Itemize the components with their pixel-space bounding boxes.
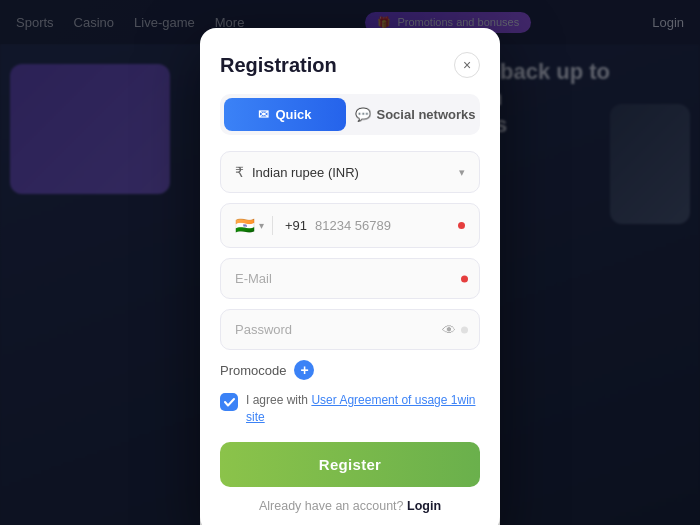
registration-modal: Registration × ✉ Quick 💬 Social networks… — [200, 28, 500, 525]
register-button[interactable]: Register — [220, 442, 480, 487]
email-required-indicator — [461, 275, 468, 282]
tab-quick-label: Quick — [275, 107, 311, 122]
phone-number-placeholder: 81234 56789 — [315, 218, 391, 233]
phone-input-wrap[interactable]: 🇮🇳 ▾ +91 81234 56789 — [220, 203, 480, 248]
agree-checkbox[interactable] — [220, 393, 238, 411]
phone-prefix: +91 — [285, 218, 307, 233]
phone-required-indicator — [458, 222, 465, 229]
social-icon: 💬 — [355, 107, 371, 122]
promo-row: Promocode + — [220, 360, 480, 380]
password-indicator — [461, 326, 468, 333]
promo-add-button[interactable]: + — [294, 360, 314, 380]
password-input[interactable] — [220, 309, 480, 350]
phone-field: 🇮🇳 ▾ +91 81234 56789 — [220, 203, 480, 248]
currency-field: ₹ Indian rupee (INR) ▾ — [220, 151, 480, 193]
tab-social[interactable]: 💬 Social networks — [354, 98, 476, 131]
login-row: Already have an account? Login — [220, 499, 480, 513]
country-flag-select[interactable]: 🇮🇳 ▾ — [235, 216, 273, 235]
currency-icon: ₹ — [235, 164, 244, 180]
currency-select[interactable]: ₹ Indian rupee (INR) ▾ — [220, 151, 480, 193]
flag-chevron-icon: ▾ — [259, 220, 264, 231]
flag-icon: 🇮🇳 — [235, 216, 255, 235]
email-field-wrap — [220, 258, 480, 299]
login-link[interactable]: Login — [407, 499, 441, 513]
modal-title: Registration — [220, 54, 337, 77]
tab-quick[interactable]: ✉ Quick — [224, 98, 346, 131]
currency-value: Indian rupee (INR) — [252, 165, 459, 180]
agree-row: I agree with User Agreement of usage 1wi… — [220, 392, 480, 426]
promo-label: Promocode — [220, 363, 286, 378]
agree-text: I agree with User Agreement of usage 1wi… — [246, 392, 480, 426]
chevron-down-icon: ▾ — [459, 166, 465, 179]
email-input[interactable] — [220, 258, 480, 299]
envelope-icon: ✉ — [258, 107, 269, 122]
tab-row: ✉ Quick 💬 Social networks — [220, 94, 480, 135]
modal-header: Registration × — [220, 52, 480, 78]
close-button[interactable]: × — [454, 52, 480, 78]
check-icon — [224, 397, 235, 408]
eye-icon[interactable]: 👁 — [442, 322, 456, 338]
password-field-wrap: 👁 — [220, 309, 480, 350]
tab-social-label: Social networks — [377, 107, 476, 122]
login-prompt: Already have an account? — [259, 499, 404, 513]
